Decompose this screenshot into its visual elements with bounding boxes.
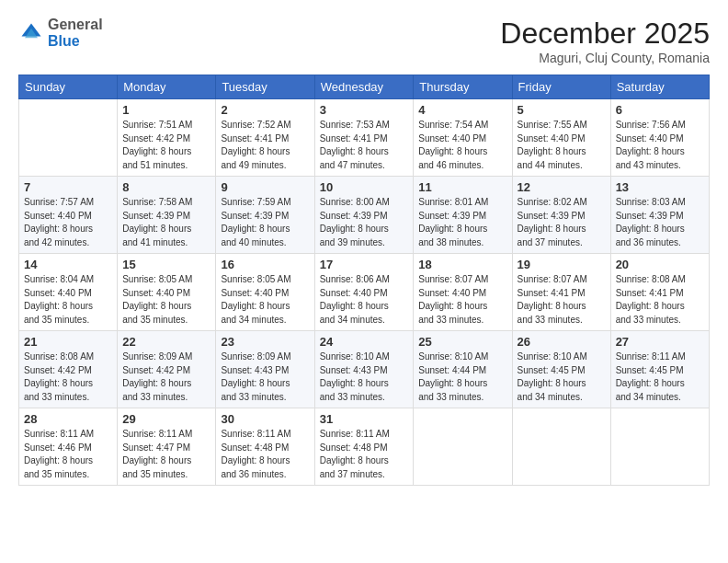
day-number: 13 [616, 180, 704, 194]
day-number: 26 [518, 335, 606, 349]
day-number: 5 [518, 103, 606, 117]
day-info: Sunrise: 8:09 AM Sunset: 4:42 PM Dayligh… [122, 350, 210, 404]
calendar-cell: 23Sunrise: 8:09 AM Sunset: 4:43 PM Dayli… [216, 331, 314, 408]
logo-icon [18, 20, 44, 46]
day-info: Sunrise: 8:00 AM Sunset: 4:39 PM Dayligh… [320, 196, 409, 249]
calendar-header-saturday: Saturday [610, 75, 709, 99]
day-number: 15 [122, 258, 210, 271]
calendar-cell: 17Sunrise: 8:06 AM Sunset: 4:40 PM Dayli… [314, 254, 414, 331]
logo-general: General [48, 17, 103, 32]
day-number: 9 [221, 180, 309, 194]
day-info: Sunrise: 7:51 AM Sunset: 4:42 PM Dayligh… [122, 119, 210, 172]
day-info: Sunrise: 8:01 AM Sunset: 4:39 PM Dayligh… [418, 196, 506, 249]
day-info: Sunrise: 8:11 AM Sunset: 4:46 PM Dayligh… [24, 428, 112, 481]
day-info: Sunrise: 8:08 AM Sunset: 4:41 PM Dayligh… [616, 273, 704, 327]
calendar-header-friday: Friday [512, 75, 610, 99]
calendar-cell: 13Sunrise: 8:03 AM Sunset: 4:39 PM Dayli… [610, 177, 709, 254]
day-number: 23 [221, 335, 309, 349]
day-info: Sunrise: 7:54 AM Sunset: 4:40 PM Dayligh… [418, 119, 506, 172]
day-info: Sunrise: 8:08 AM Sunset: 4:42 PM Dayligh… [24, 350, 112, 404]
day-info: Sunrise: 7:56 AM Sunset: 4:40 PM Dayligh… [616, 119, 704, 172]
calendar-cell: 26Sunrise: 8:10 AM Sunset: 4:45 PM Dayli… [512, 331, 610, 408]
calendar-header-thursday: Thursday [414, 75, 512, 99]
calendar-cell: 29Sunrise: 8:11 AM Sunset: 4:47 PM Dayli… [118, 408, 216, 486]
day-info: Sunrise: 8:10 AM Sunset: 4:43 PM Dayligh… [320, 350, 409, 404]
day-number: 28 [24, 412, 112, 426]
calendar-cell: 5Sunrise: 7:55 AM Sunset: 4:40 PM Daylig… [512, 99, 610, 177]
calendar-cell: 19Sunrise: 8:07 AM Sunset: 4:41 PM Dayli… [512, 254, 610, 331]
day-number: 17 [320, 258, 409, 271]
day-number: 4 [418, 103, 506, 117]
calendar-cell: 21Sunrise: 8:08 AM Sunset: 4:42 PM Dayli… [19, 331, 118, 408]
day-info: Sunrise: 7:53 AM Sunset: 4:41 PM Dayligh… [320, 119, 409, 172]
day-number: 2 [221, 103, 309, 117]
day-info: Sunrise: 8:05 AM Sunset: 4:40 PM Dayligh… [221, 273, 309, 327]
calendar-cell [512, 408, 610, 486]
calendar-week-row: 28Sunrise: 8:11 AM Sunset: 4:46 PM Dayli… [19, 408, 710, 486]
day-number: 7 [24, 180, 112, 194]
calendar-week-row: 1Sunrise: 7:51 AM Sunset: 4:42 PM Daylig… [19, 99, 710, 177]
day-info: Sunrise: 8:11 AM Sunset: 4:45 PM Dayligh… [616, 350, 704, 404]
day-info: Sunrise: 8:11 AM Sunset: 4:48 PM Dayligh… [221, 428, 309, 481]
day-number: 3 [320, 103, 409, 117]
calendar-cell [19, 99, 118, 177]
page: General Blue December 2025 Maguri, Cluj … [0, 0, 728, 563]
calendar-cell: 27Sunrise: 8:11 AM Sunset: 4:45 PM Dayli… [610, 331, 709, 408]
day-number: 29 [122, 412, 210, 426]
calendar-cell: 16Sunrise: 8:05 AM Sunset: 4:40 PM Dayli… [216, 254, 314, 331]
day-number: 11 [418, 180, 506, 194]
day-info: Sunrise: 8:02 AM Sunset: 4:39 PM Dayligh… [518, 196, 606, 249]
day-number: 6 [616, 103, 704, 117]
calendar-cell: 2Sunrise: 7:52 AM Sunset: 4:41 PM Daylig… [216, 99, 314, 177]
calendar-cell: 22Sunrise: 8:09 AM Sunset: 4:42 PM Dayli… [118, 331, 216, 408]
day-info: Sunrise: 7:59 AM Sunset: 4:39 PM Dayligh… [221, 196, 309, 249]
calendar-cell: 8Sunrise: 7:58 AM Sunset: 4:39 PM Daylig… [118, 177, 216, 254]
header: General Blue December 2025 Maguri, Cluj … [18, 17, 710, 65]
day-info: Sunrise: 8:05 AM Sunset: 4:40 PM Dayligh… [122, 273, 210, 327]
day-number: 19 [518, 258, 606, 271]
day-number: 21 [24, 335, 112, 349]
calendar-cell [610, 408, 709, 486]
day-number: 14 [24, 258, 112, 271]
location: Maguri, Cluj County, Romania [500, 51, 710, 65]
day-info: Sunrise: 8:11 AM Sunset: 4:48 PM Dayligh… [320, 428, 409, 481]
calendar-cell: 1Sunrise: 7:51 AM Sunset: 4:42 PM Daylig… [118, 99, 216, 177]
day-number: 16 [221, 258, 309, 271]
calendar-cell: 12Sunrise: 8:02 AM Sunset: 4:39 PM Dayli… [512, 177, 610, 254]
day-number: 24 [320, 335, 409, 349]
month-title: December 2025 [500, 17, 710, 51]
calendar-cell: 30Sunrise: 8:11 AM Sunset: 4:48 PM Dayli… [216, 408, 314, 486]
calendar-cell: 4Sunrise: 7:54 AM Sunset: 4:40 PM Daylig… [414, 99, 512, 177]
day-info: Sunrise: 7:55 AM Sunset: 4:40 PM Dayligh… [518, 119, 606, 172]
calendar-header-monday: Monday [118, 75, 216, 99]
day-number: 30 [221, 412, 309, 426]
calendar-cell: 10Sunrise: 8:00 AM Sunset: 4:39 PM Dayli… [314, 177, 414, 254]
day-number: 8 [122, 180, 210, 194]
logo-text: General Blue [48, 17, 103, 49]
day-info: Sunrise: 7:58 AM Sunset: 4:39 PM Dayligh… [122, 196, 210, 249]
calendar-week-row: 21Sunrise: 8:08 AM Sunset: 4:42 PM Dayli… [19, 331, 710, 408]
calendar-cell: 7Sunrise: 7:57 AM Sunset: 4:40 PM Daylig… [19, 177, 118, 254]
day-number: 22 [122, 335, 210, 349]
day-info: Sunrise: 8:03 AM Sunset: 4:39 PM Dayligh… [616, 196, 704, 249]
logo: General Blue [18, 17, 103, 49]
calendar-cell: 25Sunrise: 8:10 AM Sunset: 4:44 PM Dayli… [414, 331, 512, 408]
day-info: Sunrise: 8:10 AM Sunset: 4:44 PM Dayligh… [418, 350, 506, 404]
calendar-cell: 9Sunrise: 7:59 AM Sunset: 4:39 PM Daylig… [216, 177, 314, 254]
day-number: 1 [122, 103, 210, 117]
calendar-header-tuesday: Tuesday [216, 75, 314, 99]
calendar-cell: 28Sunrise: 8:11 AM Sunset: 4:46 PM Dayli… [19, 408, 118, 486]
day-number: 12 [518, 180, 606, 194]
calendar-week-row: 14Sunrise: 8:04 AM Sunset: 4:40 PM Dayli… [19, 254, 710, 331]
calendar-header-sunday: Sunday [19, 75, 118, 99]
day-number: 31 [320, 412, 409, 426]
day-info: Sunrise: 8:11 AM Sunset: 4:47 PM Dayligh… [122, 428, 210, 481]
logo-blue: Blue [48, 33, 80, 49]
calendar-cell [414, 408, 512, 486]
calendar-cell: 20Sunrise: 8:08 AM Sunset: 4:41 PM Dayli… [610, 254, 709, 331]
day-number: 25 [418, 335, 506, 349]
calendar-header-wednesday: Wednesday [314, 75, 414, 99]
day-info: Sunrise: 8:10 AM Sunset: 4:45 PM Dayligh… [518, 350, 606, 404]
day-info: Sunrise: 7:57 AM Sunset: 4:40 PM Dayligh… [24, 196, 112, 249]
day-info: Sunrise: 8:06 AM Sunset: 4:40 PM Dayligh… [320, 273, 409, 327]
